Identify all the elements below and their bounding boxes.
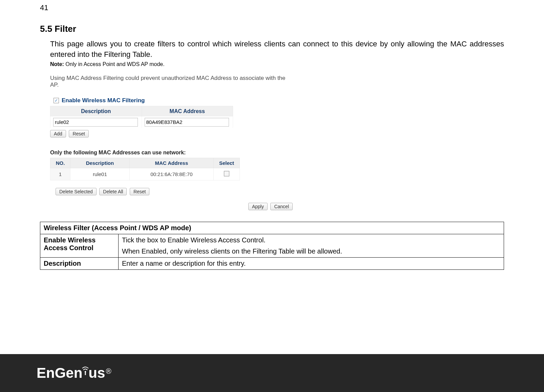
delete-selected-button[interactable]: Delete Selected [56, 188, 97, 195]
note-line: Note: Only in Access Point and WDS AP mo… [40, 61, 504, 67]
header-mac: MAC Address [142, 106, 233, 116]
page-number: 41 [40, 3, 48, 12]
desc-table-title: Wireless Filter (Access Point / WDS AP m… [40, 222, 504, 234]
col-mac: MAC Address [129, 158, 213, 168]
logo-text-b: us [88, 365, 105, 381]
allowed-list-heading: Only the following MAC Addresses can use… [50, 150, 294, 156]
desc-row-value: Tick the box to Enable Wireless Access C… [119, 234, 504, 257]
add-entry-table: Description MAC Address [50, 106, 233, 128]
engenius-logo: EnGen us ® [37, 365, 111, 381]
section-title: 5.5 Filter [40, 24, 504, 34]
col-select: Select [214, 158, 240, 168]
reset-button[interactable]: Reset [69, 130, 89, 137]
desc-row-label: Description [40, 257, 119, 269]
col-no: NO. [50, 158, 70, 168]
body-paragraph: This page allows you to create filters t… [40, 39, 504, 60]
header-description: Description [50, 106, 142, 116]
wifi-icon [82, 365, 89, 375]
add-button[interactable]: Add [50, 130, 66, 137]
delete-all-button[interactable]: Delete All [99, 188, 127, 195]
mac-input[interactable] [145, 118, 229, 127]
row-no: 1 [50, 168, 70, 180]
row-select-checkbox[interactable] [224, 171, 229, 176]
desc-row-value: Enter a name or description for this ent… [119, 257, 504, 269]
col-description: Description [70, 158, 130, 168]
table-row: 1 rule01 00:21:6A:78:8E:70 [50, 168, 240, 180]
desc-line: Enter a name or description for this ent… [122, 260, 500, 267]
desc-line: Tick the box to Enable Wireless Access C… [122, 236, 500, 244]
registered-icon: ® [106, 367, 111, 376]
logo-text-a: EnGen [37, 365, 82, 381]
reset-list-button[interactable]: Reset [130, 188, 150, 195]
enable-filter-label: Enable Wireless MAC Filtering [62, 97, 145, 104]
enable-filter-checkbox[interactable]: ✓ [54, 98, 59, 103]
desc-line: When Enabled, only wireless clients on t… [122, 247, 500, 255]
note-text: Only in Access Point and WDS AP mode. [64, 61, 165, 67]
row-mac: 00:21:6A:78:8E:70 [129, 168, 213, 180]
allowed-mac-table: NO. Description MAC Address Select 1 rul… [50, 158, 240, 180]
svg-rect-1 [85, 372, 86, 375]
apply-button[interactable]: Apply [248, 203, 268, 210]
description-input[interactable] [53, 118, 138, 127]
row-description: rule01 [70, 168, 130, 180]
note-label: Note: [50, 61, 64, 67]
config-screenshot: Using MAC Address Filtering could preven… [50, 75, 294, 210]
content-area: 5.5 Filter This page allows you to creat… [40, 24, 504, 270]
cancel-button[interactable]: Cancel [270, 203, 293, 210]
screenshot-caption: Using MAC Address Filtering could preven… [50, 75, 294, 88]
description-table: Wireless Filter (Access Point / WDS AP m… [40, 222, 504, 270]
desc-row-label: Enable Wireless Access Control [40, 234, 119, 257]
footer-bar: EnGen us ® [0, 354, 544, 392]
